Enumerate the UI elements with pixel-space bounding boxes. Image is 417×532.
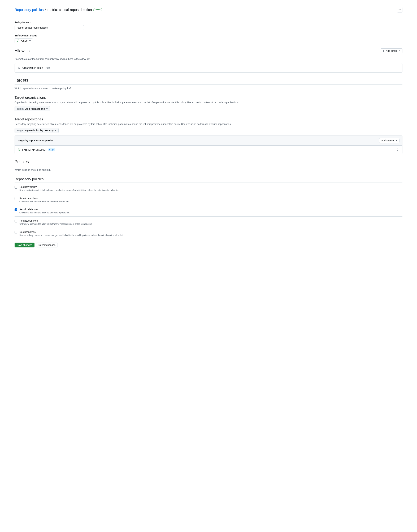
breadcrumb-root-link[interactable]: Repository policies: [15, 8, 44, 12]
policy-name-label: Policy Name *: [15, 21, 402, 24]
target-repositories-dropdown[interactable]: Target: Dynamic list by property: [15, 128, 59, 133]
target-properties-box: Target by repository properties Add a ta…: [15, 136, 402, 154]
svg-point-0: [399, 10, 399, 10]
target-organizations-label: Target:: [17, 108, 24, 110]
checkmark-icon: ✓: [15, 209, 17, 211]
target-repositories-value: Dynamic list by property: [25, 129, 53, 132]
policy-checkbox[interactable]: [15, 231, 17, 234]
policy-checkbox[interactable]: [15, 197, 17, 200]
add-target-button[interactable]: Add a target: [379, 138, 399, 143]
targets-heading: Targets: [15, 78, 28, 83]
allow-list-heading: Allow list: [15, 48, 31, 53]
allow-list-item: Organization admin Role: [15, 63, 402, 72]
allow-list-card: Organization admin Role: [15, 63, 402, 73]
plus-circle-icon: [18, 148, 20, 151]
policy-item: Restrict transfersOnly allow users on th…: [15, 217, 402, 228]
policy-title: Restrict transfers: [20, 219, 92, 222]
play-circle-icon: [17, 39, 20, 42]
enforcement-status-value: Active: [21, 39, 28, 42]
svg-point-2: [400, 10, 401, 10]
policy-item: Restrict namesNew repository names and n…: [15, 228, 402, 239]
svg-point-6: [397, 68, 397, 68]
policy-item: Restrict creationsOnly allow users on th…: [15, 194, 402, 205]
target-property-value: high: [48, 148, 55, 151]
breadcrumb: Repository policies / restrict-critical-…: [15, 8, 102, 12]
enforcement-status-label: Enforcement status: [15, 34, 402, 37]
add-actors-label: Add actors: [386, 49, 397, 52]
policy-list: Restrict visibilityNew repositories and …: [15, 183, 402, 239]
revert-button[interactable]: Revert changes: [36, 243, 58, 248]
policy-name-input[interactable]: [15, 25, 84, 30]
target-organizations-value: All organizations: [25, 108, 45, 110]
target-property-row: props.criticality: high: [15, 146, 402, 154]
add-actors-button[interactable]: Add actors: [380, 48, 402, 53]
allow-list-item-type: Role: [45, 67, 50, 69]
breadcrumb-current: restrict-critical-repos-deletion: [47, 8, 92, 12]
policies-heading: Policies: [15, 159, 29, 164]
policy-checkbox[interactable]: ✓: [15, 208, 17, 211]
svg-point-7: [398, 68, 398, 68]
chevron-down-icon: [399, 51, 400, 51]
trash-icon: [396, 148, 399, 151]
breadcrumb-separator: /: [45, 8, 46, 12]
policy-checkbox[interactable]: [15, 186, 17, 189]
eye-icon: [18, 66, 20, 69]
policy-item: ✓Restrict deletionsOnly allow users on t…: [15, 205, 402, 217]
policy-description: Only allow users on the allow list to cr…: [20, 200, 70, 203]
add-target-label: Add a target: [381, 139, 395, 142]
kebab-icon: [398, 8, 401, 11]
allow-list-item-name: Organization admin: [22, 66, 43, 69]
target-repositories-label: Target:: [17, 129, 24, 132]
allow-list-item-menu[interactable]: [395, 66, 399, 70]
policy-description: Only allow users on the allow list to tr…: [20, 223, 92, 225]
save-button[interactable]: Save changes: [15, 243, 34, 248]
policy-title: Restrict names: [20, 231, 123, 233]
chevron-down-icon: [29, 40, 31, 41]
chevron-down-icon: [55, 130, 56, 131]
policy-title: Restrict visibility: [20, 185, 119, 188]
target-repositories-description: Repository targeting determines which re…: [15, 123, 402, 125]
target-organizations-dropdown[interactable]: Target: All organizations: [15, 106, 50, 111]
plus-icon: [382, 50, 385, 52]
repository-policies-heading: Repository policies: [15, 177, 402, 181]
policy-title: Restrict deletions: [20, 208, 70, 211]
svg-point-4: [19, 67, 19, 68]
policy-description: New repository names and name changes ar…: [20, 234, 123, 237]
svg-point-5: [396, 68, 397, 68]
status-badge: Active: [93, 8, 102, 11]
targets-description: Which repositories do you want to make a…: [15, 87, 402, 90]
target-property-key: props.criticality:: [22, 149, 46, 151]
target-repositories-heading: Target repositories: [15, 117, 402, 121]
target-properties-title: Target by repository properties: [18, 139, 53, 142]
kebab-menu-button[interactable]: [397, 7, 402, 12]
policies-description: Which policies should be applied?: [15, 168, 402, 171]
chevron-down-icon: [46, 109, 48, 109]
enforcement-status-dropdown[interactable]: Active: [15, 38, 33, 43]
allow-list-description: Exempt roles or teams from this policy b…: [15, 58, 402, 60]
policy-checkbox[interactable]: [15, 220, 17, 222]
chevron-down-icon: [396, 140, 397, 141]
policy-title: Restrict creations: [20, 197, 70, 200]
target-organizations-heading: Target organizations: [15, 96, 402, 100]
policy-description: New repositories and visibility changes …: [20, 189, 119, 191]
svg-point-1: [399, 10, 400, 10]
policy-item: Restrict visibilityNew repositories and …: [15, 183, 402, 194]
target-organizations-description: Organization targeting determines which …: [15, 101, 402, 104]
policy-description: Only allow users on the allow list to de…: [20, 212, 70, 214]
delete-target-button[interactable]: [395, 148, 399, 152]
kebab-icon: [396, 66, 398, 69]
